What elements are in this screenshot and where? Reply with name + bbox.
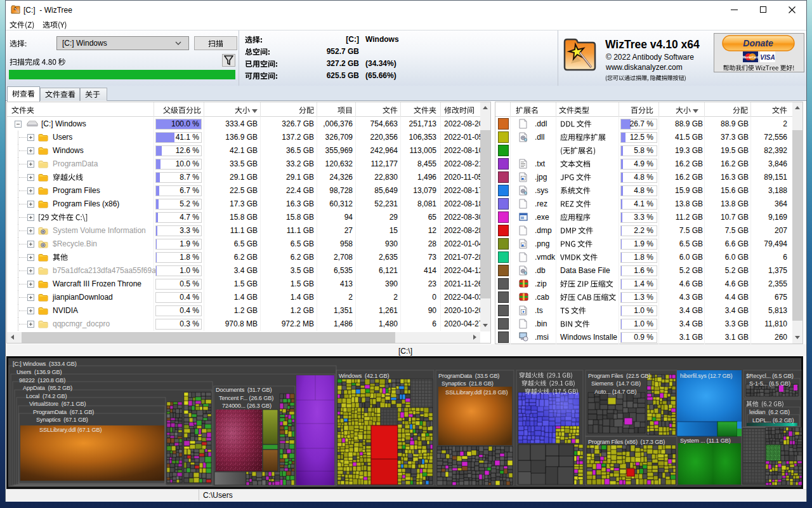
svg-text:Program Files (x86) (17.3 GB): Program Files (x86) (17.3 GB) (588, 439, 665, 445)
svg-text:Auto... (14.7 GB): Auto... (14.7 GB) (594, 389, 636, 395)
svg-text:Program Files (22.5 GB): Program Files (22.5 GB) (588, 373, 651, 379)
svg-text:Windows (42.1 GB): Windows (42.1 GB) (339, 373, 390, 379)
svg-text:Documents (31.7 GB): Documents (31.7 GB) (216, 387, 272, 393)
svg-text:ProgramData (33.5 GB): ProgramData (33.5 GB) (438, 373, 499, 379)
svg-text:98222 (120.8 GB): 98222 (120.8 GB) (19, 377, 65, 384)
svg-text:S-1-5... (6.5 GB): S-1-5... (6.5 GB) (749, 380, 790, 387)
svg-text:SSLLibrary.ddl (67.1 GB): SSLLibrary.ddl (67.1 GB) (39, 427, 102, 433)
svg-text:[C:] Windows (333.4 GB): [C:] Windows (333.4 GB) (13, 361, 77, 367)
svg-text:Tencent F... (26.6 GB): Tencent F... (26.6 GB) (219, 395, 273, 401)
svg-text:Local (74.2 GB): Local (74.2 GB) (26, 393, 67, 399)
svg-text:System ... (11.1 GB): System ... (11.1 GB) (680, 438, 731, 444)
svg-text:LDPL... (6.2 GB): LDPL... (6.2 GB) (752, 417, 794, 424)
svg-text:Synaptics (67.1 GB): Synaptics (67.1 GB) (36, 417, 88, 423)
svg-text:ProgramData (67.1 GB): ProgramData (67.1 GB) (33, 409, 94, 415)
svg-text:SSLLibrary.ddl (21.8 GB): SSLLibrary.ddl (21.8 GB) (445, 389, 508, 396)
svg-text:VirtualStore (67.1 GB): VirtualStore (67.1 GB) (29, 401, 86, 407)
svg-text:leidian (6.2 GB): leidian (6.2 GB) (749, 409, 790, 415)
svg-text:Synaptics (21.8 GB): Synaptics (21.8 GB) (442, 380, 494, 387)
svg-text:hiberfil.sys (12.7 GB): hiberfil.sys (12.7 GB) (680, 373, 733, 379)
svg-text:$Recycl... (6.5 GB): $Recycl... (6.5 GB) (746, 373, 794, 379)
svg-text:AppData (85.2 GB): AppData (85.2 GB) (23, 385, 72, 391)
svg-text:Siemens (14.7 GB): Siemens (14.7 GB) (591, 380, 641, 387)
svg-text:Users (136.9 GB): Users (136.9 GB) (16, 369, 62, 375)
svg-text:724000... (26.3 GB): 724000... (26.3 GB) (222, 403, 272, 409)
